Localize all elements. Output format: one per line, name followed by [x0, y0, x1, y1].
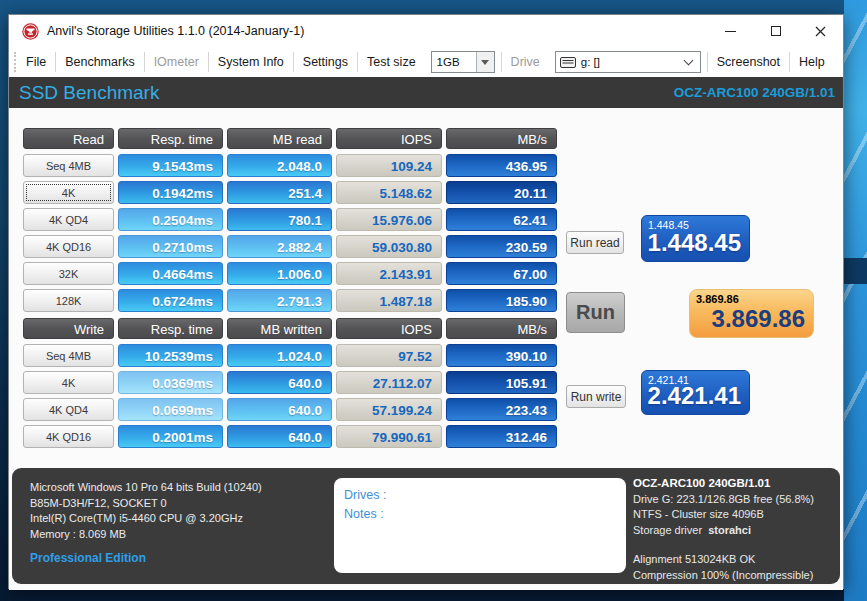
- mb-read-value: 2.048.0: [227, 154, 332, 177]
- test-size-label: Test size: [358, 48, 425, 76]
- resp-time-header: Resp. time: [118, 128, 223, 149]
- mb-written-value: 640.0: [227, 425, 332, 448]
- read-score-box: 1.448.45 1.448.45: [641, 215, 750, 262]
- drive-label: Drive: [502, 48, 549, 76]
- test-size-select[interactable]: 1GB: [431, 51, 495, 73]
- mbs-header: MB/s: [446, 318, 557, 339]
- drive-select[interactable]: g: []: [555, 51, 701, 73]
- minimize-icon[interactable]: [708, 15, 753, 47]
- page-title: SSD Benchmark: [19, 77, 159, 108]
- mbs-value: 436.95: [446, 154, 557, 177]
- resp-time-value: 0.2001ms: [118, 425, 223, 448]
- memory-line: Memory : 8.069 MB: [30, 527, 262, 543]
- write-4kqd4-button[interactable]: 4K QD4: [23, 398, 114, 421]
- resp-time-value: 0.4664ms: [118, 262, 223, 285]
- chevron-down-icon: [683, 56, 693, 66]
- title-bar[interactable]: Anvil's Storage Utilities 1.1.0 (2014-Ja…: [9, 15, 843, 47]
- total-score-large: 3.869.86: [712, 305, 805, 333]
- wallpaper-dark-block: [844, 258, 867, 284]
- table-row: 4K 0.1942ms 251.4 5.148.62 20.11: [23, 181, 557, 204]
- notes-box[interactable]: Drives : Notes :: [334, 478, 626, 573]
- resp-time-value: 10.2539ms: [118, 344, 223, 367]
- drive-capacity: Drive G: 223.1/126.8GB free (56.8%): [633, 492, 814, 508]
- read-score-large: 1.448.45: [648, 229, 741, 257]
- mb-read-value: 251.4: [227, 181, 332, 204]
- mbs-value: 230.59: [446, 235, 557, 258]
- mb-written-header: MB written: [227, 318, 332, 339]
- total-score-box: 3.869.86 3.869.86: [689, 289, 814, 338]
- iops-value: 1.487.18: [336, 289, 442, 312]
- run-write-button[interactable]: Run write: [566, 385, 626, 408]
- iops-value: 27.112.07: [336, 371, 442, 394]
- spacer: [633, 538, 814, 552]
- write-table: Write Resp. time MB written IOPS MB/s Se…: [23, 318, 557, 452]
- system-info-panel: Microsoft Windows 10 Pro 64 bits Build (…: [12, 468, 840, 584]
- run-read-button[interactable]: Run read: [566, 231, 624, 254]
- mb-written-value: 640.0: [227, 398, 332, 421]
- resp-time-value: 0.0369ms: [118, 371, 223, 394]
- read-seq4mb-button[interactable]: Seq 4MB: [23, 154, 114, 177]
- read-table: Read Resp. time MB read IOPS MB/s Seq 4M…: [23, 128, 557, 316]
- alignment-line: Alignment 513024KB OK: [633, 552, 814, 568]
- main-content: Read Resp. time MB read IOPS MB/s Seq 4M…: [9, 108, 843, 590]
- close-icon[interactable]: [798, 15, 843, 47]
- drive-icon: [560, 57, 576, 68]
- iops-value: 15.976.06: [336, 208, 442, 231]
- table-row: 32K 0.4664ms 1.006.0 2.143.91 67.00: [23, 262, 557, 285]
- window-controls: [708, 15, 843, 47]
- mb-read-header: MB read: [227, 128, 332, 149]
- drive-filesystem: NTFS - Cluster size 4096B: [633, 507, 814, 523]
- anvil-app-icon: [22, 23, 39, 40]
- mbs-value: 67.00: [446, 262, 557, 285]
- compression-line: Compression 100% (Incompressible): [633, 568, 814, 584]
- iops-value: 5.148.62: [336, 181, 442, 204]
- resp-time-value: 0.0699ms: [118, 398, 223, 421]
- mbs-header: MB/s: [446, 128, 557, 149]
- read-128k-button[interactable]: 128K: [23, 289, 114, 312]
- menu-screenshot[interactable]: Screenshot: [708, 48, 789, 76]
- write-4kqd16-button[interactable]: 4K QD16: [23, 425, 114, 448]
- iops-header: IOPS: [336, 318, 442, 339]
- edition-link[interactable]: Professional Edition: [30, 551, 262, 567]
- write-header-row: Write Resp. time MB written IOPS MB/s: [23, 318, 557, 339]
- menu-benchmarks[interactable]: Benchmarks: [56, 48, 143, 76]
- mb-read-value: 1.006.0: [227, 262, 332, 285]
- chevron-down-icon[interactable]: [476, 52, 494, 72]
- os-line: Microsoft Windows 10 Pro 64 bits Build (…: [30, 480, 262, 496]
- write-seq4mb-button[interactable]: Seq 4MB: [23, 344, 114, 367]
- read-4k-button[interactable]: 4K: [23, 181, 114, 204]
- drive-info-block: OCZ-ARC100 240GB/1.01 Drive G: 223.1/126…: [633, 476, 814, 583]
- table-row: 4K QD16 0.2001ms 640.0 79.990.61 312.46: [23, 425, 557, 448]
- menu-file[interactable]: File: [17, 48, 55, 76]
- iops-value: 79.990.61: [336, 425, 442, 448]
- table-row: 4K QD4 0.2504ms 780.1 15.976.06 62.41: [23, 208, 557, 231]
- read-4kqd16-button[interactable]: 4K QD16: [23, 235, 114, 258]
- iops-value: 2.143.91: [336, 262, 442, 285]
- mb-written-value: 640.0: [227, 371, 332, 394]
- storage-driver-label: Storage driver: [633, 524, 702, 536]
- maximize-icon[interactable]: [753, 15, 798, 47]
- resp-time-header: Resp. time: [118, 318, 223, 339]
- mbs-value: 20.11: [446, 181, 557, 204]
- mbs-value: 105.91: [446, 371, 557, 394]
- read-4kqd4-button[interactable]: 4K QD4: [23, 208, 114, 231]
- menu-system-info[interactable]: System Info: [209, 48, 293, 76]
- wallpaper-strip: [844, 0, 867, 601]
- cpu-line: Intel(R) Core(TM) i5-4460 CPU @ 3.20GHz: [30, 511, 262, 527]
- resp-time-value: 0.2504ms: [118, 208, 223, 231]
- write-4k-button[interactable]: 4K: [23, 371, 114, 394]
- drive-title: OCZ-ARC100 240GB/1.01: [633, 476, 814, 492]
- mbs-value: 223.43: [446, 398, 557, 421]
- menu-help[interactable]: Help: [790, 48, 834, 76]
- run-button[interactable]: Run: [566, 292, 625, 333]
- resp-time-value: 0.2710ms: [118, 235, 223, 258]
- mbs-value: 185.90: [446, 289, 557, 312]
- write-header: Write: [23, 318, 114, 339]
- total-score-small: 3.869.86: [696, 293, 739, 305]
- menu-settings[interactable]: Settings: [294, 48, 357, 76]
- read-32k-button[interactable]: 32K: [23, 262, 114, 285]
- benchmark-header-band: SSD Benchmark OCZ-ARC100 240GB/1.01: [9, 77, 843, 108]
- mbs-value: 62.41: [446, 208, 557, 231]
- device-name: OCZ-ARC100 240GB/1.01: [674, 77, 835, 108]
- mbs-value: 312.46: [446, 425, 557, 448]
